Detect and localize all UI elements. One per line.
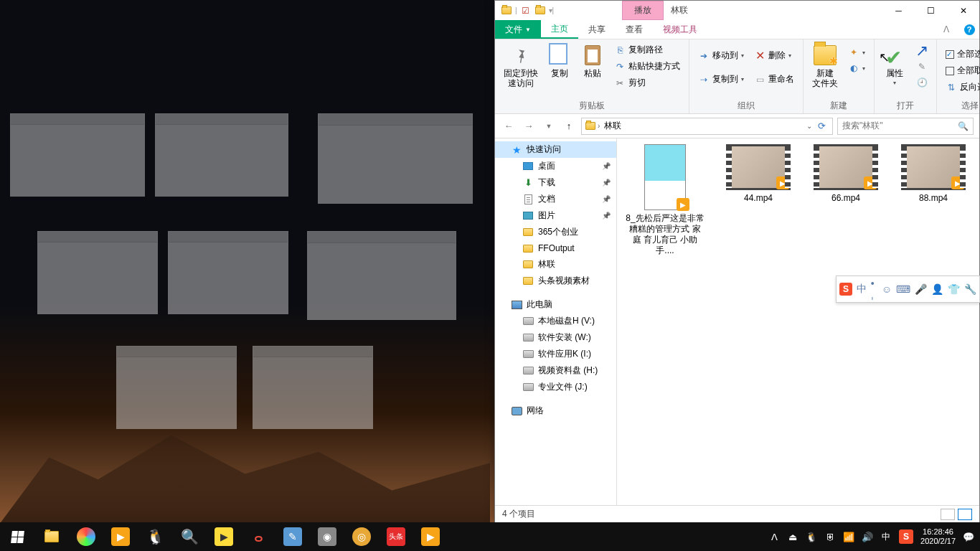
notifications-icon[interactable]: 💬 — [963, 531, 974, 542]
nav-documents[interactable]: 文档 — [495, 191, 616, 207]
sogou-tray-icon[interactable]: S — [899, 529, 913, 544]
recent-locations-button[interactable]: ▼ — [541, 118, 557, 134]
copy-path-button[interactable]: ⎘复制路径 — [611, 42, 683, 57]
nav-network[interactable]: 网络 — [495, 402, 616, 419]
ime-toolbox-icon[interactable]: 🔧 — [964, 283, 976, 295]
maximize-button[interactable]: ☐ — [915, 1, 947, 20]
taskview-thumb[interactable] — [10, 113, 145, 197]
invert-selection-button[interactable]: ⇅反向选择 — [943, 80, 980, 95]
nav-drive[interactable]: 软件应用K (I:) — [495, 346, 616, 362]
tab-file[interactable]: 文件▼ — [495, 20, 541, 39]
tray-overflow-button[interactable]: ᐱ — [768, 531, 780, 542]
new-folder-button[interactable]: 新建 文件夹 — [809, 42, 841, 90]
refresh-button[interactable]: ⟳ — [814, 118, 829, 134]
delete-button[interactable]: ✕删除▾ — [751, 48, 797, 63]
details-view-button[interactable] — [941, 509, 955, 520]
ime-lang-icon[interactable]: 中 — [880, 531, 892, 542]
cut-button[interactable]: ✂剪切 — [611, 75, 683, 90]
nav-drive[interactable]: 软件安装 (W:) — [495, 329, 616, 346]
nav-drive[interactable]: 本地磁盘H (V:) — [495, 313, 616, 329]
ime-voice-icon[interactable]: 🎤 — [915, 283, 927, 295]
task-app[interactable]: ⴰ — [241, 522, 275, 551]
task-search[interactable]: 🔍 — [172, 522, 207, 551]
wifi-icon[interactable]: 📶 — [843, 531, 854, 542]
task-app[interactable]: ◉ — [310, 522, 344, 551]
ime-punct-icon[interactable]: •ˌ — [871, 278, 877, 301]
ime-mode[interactable]: 中 — [857, 283, 867, 296]
open-button[interactable]: ↗ — [913, 44, 930, 58]
thumbnails-view-button[interactable] — [958, 509, 972, 520]
task-app[interactable]: ▶ — [207, 522, 241, 551]
tab-home[interactable]: 主页 — [541, 20, 578, 39]
new-item-button[interactable]: ✦▾ — [845, 45, 868, 60]
address-field[interactable]: › 林联 ⌄ ⟳ — [581, 118, 833, 135]
forward-button[interactable]: → — [521, 118, 537, 134]
nav-downloads[interactable]: ⬇下载 — [495, 174, 616, 191]
file-item[interactable]: ▶ 66.mp4 — [812, 144, 880, 256]
help-button[interactable]: ? — [959, 20, 979, 39]
taskview-thumb[interactable] — [116, 346, 237, 429]
tab-video-tools[interactable]: 视频工具 — [653, 20, 707, 39]
start-button[interactable] — [0, 522, 34, 551]
file-item[interactable]: ▶ 88.mp4 — [900, 144, 967, 256]
file-item[interactable]: ▶ 8_先松后严这是非常糟糕的管理方式 家庭 育儿育己 小助手.... — [626, 144, 705, 256]
copy-button[interactable]: 复制 — [545, 42, 574, 80]
shield-icon[interactable]: ⛨ — [824, 531, 836, 542]
paste-button[interactable]: 粘贴 — [578, 42, 607, 80]
taskview-thumb[interactable] — [307, 231, 456, 320]
breadcrumb-current[interactable]: 林联 — [601, 120, 624, 132]
task-app[interactable]: ▶ — [103, 522, 138, 551]
dropdown-icon[interactable]: ⌄ — [806, 122, 812, 130]
nav-drive[interactable]: 专业文件 (J:) — [495, 379, 616, 395]
ime-toolbar[interactable]: S 中 •ˌ ☺ ⌨ 🎤 👤 👕 🔧 — [836, 276, 980, 303]
tab-view[interactable]: 查看 — [616, 20, 653, 39]
task-app[interactable] — [69, 522, 103, 551]
usb-icon[interactable]: ⏏ — [787, 531, 798, 542]
taskview-thumb[interactable] — [168, 231, 288, 314]
close-button[interactable]: ✕ — [947, 1, 979, 20]
task-app[interactable]: 头条 — [379, 522, 413, 551]
taskview-thumb[interactable] — [318, 113, 473, 204]
task-app[interactable]: ✎ — [275, 522, 310, 551]
nav-folder[interactable]: 林联 — [495, 256, 616, 273]
nav-this-pc[interactable]: 此电脑 — [495, 296, 616, 313]
rename-button[interactable]: ▭重命名 — [751, 72, 797, 87]
nav-folder[interactable]: FFOutput — [495, 240, 616, 256]
context-tab-play[interactable]: 播放 — [622, 1, 664, 20]
volume-icon[interactable]: 🔊 — [862, 531, 873, 542]
minimize-button[interactable]: ─ — [882, 1, 915, 20]
file-item[interactable]: ▶ 44.mp4 — [725, 144, 792, 256]
ime-emoji-icon[interactable]: ☺ — [882, 283, 892, 295]
taskview-thumb[interactable] — [155, 113, 288, 197]
ime-skin-icon[interactable]: 👕 — [948, 283, 960, 295]
back-button[interactable]: ← — [501, 118, 517, 134]
properties-icon[interactable]: ☑ — [520, 5, 532, 17]
search-field[interactable]: 搜索"林联" 🔍 — [837, 118, 974, 135]
nav-folder[interactable]: 头条视频素材 — [495, 273, 616, 289]
collapse-ribbon-button[interactable]: ᐱ — [933, 20, 959, 39]
nav-desktop[interactable]: 桌面 — [495, 158, 616, 174]
taskview-thumb[interactable] — [253, 346, 373, 429]
task-app[interactable]: ◎ — [344, 522, 379, 551]
task-app[interactable]: ▶ — [413, 522, 448, 551]
easy-access-button[interactable]: ◐▾ — [845, 61, 868, 75]
select-all-button[interactable]: 全部选择 — [943, 47, 980, 62]
nav-drive[interactable]: 视频资料盘 (H:) — [495, 362, 616, 379]
file-list[interactable]: ▶ 8_先松后严这是非常糟糕的管理方式 家庭 育儿育己 小助手.... ▶ 44… — [617, 138, 979, 505]
nav-folder[interactable]: 365个创业 — [495, 224, 616, 240]
nav-quick-access[interactable]: ★快速访问 — [495, 141, 616, 158]
taskbar-clock[interactable]: 16:28:46 2020/2/17 — [920, 527, 956, 546]
task-qq[interactable]: 🐧 — [138, 522, 172, 551]
copy-to-button[interactable]: ⇢复制到▾ — [695, 72, 747, 87]
select-none-button[interactable]: 全部取消 — [943, 63, 980, 78]
ime-keyboard-icon[interactable]: ⌨ — [896, 283, 910, 295]
tab-share[interactable]: 共享 — [578, 20, 616, 39]
edit-button[interactable]: ✎ — [913, 60, 930, 74]
task-explorer[interactable] — [34, 522, 69, 551]
history-button[interactable]: 🕘 — [913, 75, 930, 90]
taskview-thumb[interactable] — [37, 231, 158, 314]
ime-user-icon[interactable]: 👤 — [931, 283, 943, 295]
sogou-icon[interactable]: S — [839, 283, 852, 296]
nav-pictures[interactable]: 图片 — [495, 207, 616, 224]
up-button[interactable]: ↑ — [561, 118, 577, 134]
